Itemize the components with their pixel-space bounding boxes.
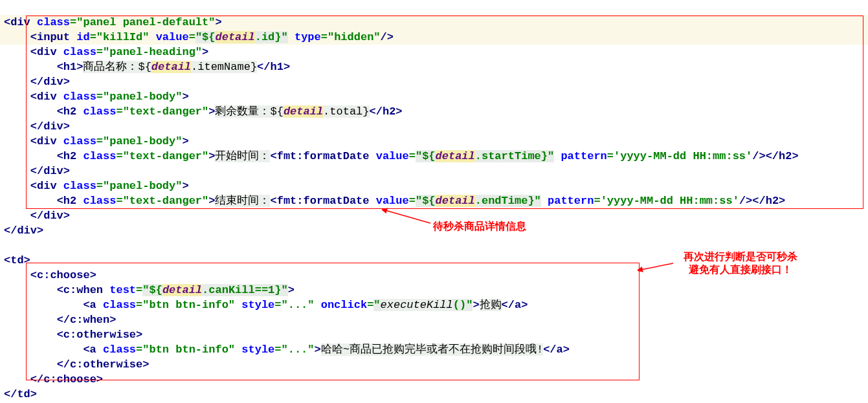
tag: <c:when	[57, 284, 110, 296]
tag: <fmt:formatDate	[270, 150, 375, 162]
text: 抢购	[480, 299, 502, 311]
attr: value	[376, 150, 409, 162]
text: 哈哈~商品已抢购完毕或者不在抢购时间段哦!	[321, 343, 543, 356]
val: "text-danger"	[123, 105, 209, 118]
close: >	[202, 46, 208, 58]
annotation-2: 再次进行判断是否可秒杀 避免有人直接刷接口！	[673, 249, 808, 278]
val: "btn btn-info"	[142, 343, 235, 356]
close-tag: </c:choose>	[30, 373, 103, 386]
detail-var: detail	[151, 61, 191, 73]
close: </h2>	[752, 195, 785, 207]
val: 'yyyy-MM-dd HH:mm:ss'	[614, 150, 752, 162]
close-tag: </div>	[30, 120, 70, 133]
tag: <a	[83, 343, 103, 356]
close: </a>	[502, 299, 528, 311]
tag: <div	[30, 91, 63, 103]
close: >	[215, 16, 221, 28]
val: "panel-body"	[103, 91, 182, 103]
annotation-2-line2: 避免有人直接刷接口！	[689, 264, 792, 275]
attr: value	[376, 195, 409, 207]
detail-var: detail	[216, 31, 255, 43]
annotation-1: 待秒杀商品详情信息	[430, 219, 529, 234]
close-tag: </div>	[4, 224, 43, 237]
close: >	[182, 180, 188, 192]
close: </h2>	[766, 150, 799, 162]
attr: class	[37, 16, 70, 28]
tag: <div	[4, 16, 37, 28]
detail-var: detail	[284, 105, 323, 118]
code-block: <div class="panel panel-default"> <input…	[4, 0, 799, 402]
val: "panel-heading"	[103, 46, 202, 58]
attr: class	[83, 195, 116, 207]
attr: class	[103, 299, 136, 311]
close-tag: </c:otherwise>	[57, 358, 150, 371]
text: 结束时间：	[215, 195, 270, 207]
attr: class	[83, 150, 116, 162]
tag: <input	[30, 31, 76, 43]
attr: pattern	[561, 150, 606, 162]
tag: <c:otherwise>	[57, 329, 143, 341]
attr: class	[83, 105, 116, 118]
close-tag: </div>	[30, 210, 70, 222]
val: "btn btn-info"	[142, 299, 235, 311]
detail-var: detail	[436, 150, 475, 162]
val: "..."	[282, 343, 315, 356]
tag: <h1>	[57, 61, 83, 73]
close: />	[381, 31, 394, 43]
tag: <div	[30, 180, 63, 192]
tag: <div	[30, 135, 63, 147]
attr: class	[63, 135, 96, 147]
attr: pattern	[548, 195, 594, 207]
annotation-2-line1: 再次进行判断是否可秒杀	[684, 251, 797, 262]
close: >	[182, 135, 188, 147]
attr: id	[76, 31, 89, 43]
text: 开始时间：	[215, 150, 270, 162]
eq: =	[70, 16, 76, 28]
attr: class	[63, 91, 96, 103]
val: "panel-body"	[103, 135, 182, 147]
val: "killId"	[96, 31, 150, 43]
attr: style	[241, 299, 274, 311]
val: "..."	[282, 299, 315, 311]
val: "hidden"	[328, 31, 381, 43]
val: 'yyyy-MM-dd HH:mm:ss'	[601, 195, 739, 207]
val: "text-danger"	[123, 195, 209, 207]
tag: <div	[30, 46, 63, 58]
close: </h2>	[370, 105, 403, 118]
attr: style	[241, 343, 274, 356]
attr: test	[109, 284, 136, 296]
text: 商品名称：	[83, 61, 138, 73]
val: "panel panel-default"	[76, 16, 215, 28]
close: >	[182, 91, 188, 103]
attr: value	[156, 31, 189, 43]
code-editor-view: <div class="panel panel-default"> <input…	[0, 0, 868, 403]
close: </a>	[543, 343, 570, 356]
attr: onclick	[321, 299, 367, 311]
val: "text-danger"	[123, 150, 209, 162]
attr: class	[63, 46, 96, 58]
tag: <h2	[57, 195, 83, 207]
function: executeKill	[381, 299, 453, 311]
detail-var: detail	[436, 195, 475, 207]
close: >	[288, 284, 295, 296]
tag: <td>	[4, 254, 30, 267]
tag: <a	[83, 299, 103, 311]
close-tag: </c:when>	[57, 314, 117, 326]
tag: <c:choose>	[30, 269, 96, 281]
attr: class	[63, 180, 96, 192]
tag: <h2	[57, 105, 83, 118]
detail-var: detail	[162, 284, 202, 296]
attr: type	[295, 31, 321, 43]
close-tag: </div>	[30, 76, 70, 88]
val: "	[195, 31, 202, 43]
attr: class	[103, 343, 136, 356]
text: 剩余数量：	[215, 105, 270, 118]
close-tag: </td>	[4, 388, 37, 400]
close-tag: </div>	[30, 165, 70, 177]
close: </h1>	[257, 61, 290, 73]
tag: <h2	[57, 150, 83, 162]
tag: <fmt:formatDate	[270, 195, 375, 207]
val: "panel-body"	[103, 180, 182, 192]
